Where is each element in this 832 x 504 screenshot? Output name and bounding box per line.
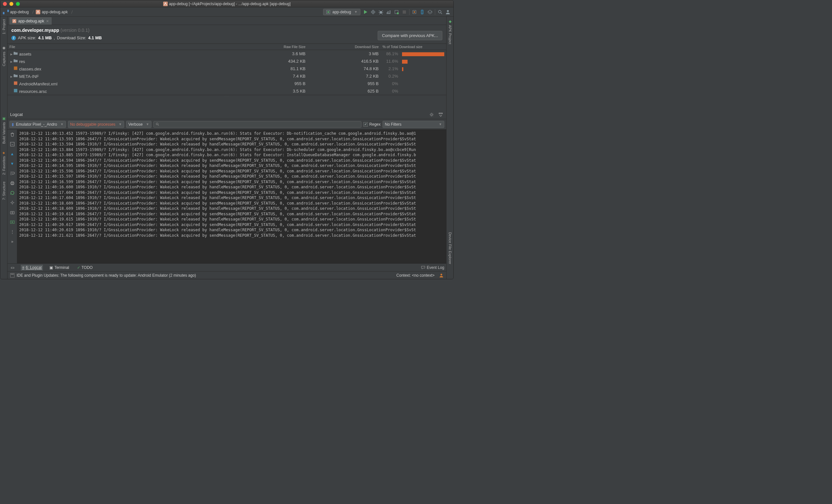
logcat-output[interactable]: 2018-12-12 11:40:13.452 15973-15989/? I/… — [17, 130, 446, 263]
screen-record-icon[interactable] — [9, 219, 15, 225]
percent: 0% — [381, 88, 400, 94]
project-tool-button[interactable]: 1: Project — [2, 18, 6, 35]
device-icon: ▮ — [12, 122, 14, 127]
percent: 86.1% — [381, 50, 400, 57]
sync-project-button[interactable] — [412, 9, 417, 15]
soft-wrap-icon[interactable] — [9, 170, 15, 176]
editor-tabs: app-debug.apk × — [7, 17, 446, 25]
filter-selector[interactable]: No Filters ▼ — [383, 121, 444, 128]
info-icon: i — [11, 36, 16, 40]
search-everywhere-button[interactable] — [437, 9, 443, 15]
run-configuration-selector[interactable]: app-debug ▼ — [323, 9, 360, 15]
split-handle[interactable]: :::::: — [7, 95, 446, 97]
apply-changes-button[interactable] — [370, 9, 376, 15]
sdk-manager-button[interactable] — [427, 9, 433, 15]
todo-tab-button[interactable]: ✓ TODO — [76, 265, 94, 271]
file-name: classes.dex — [19, 66, 41, 72]
close-window-button[interactable] — [3, 2, 7, 6]
structure-tool-button[interactable]: 7: Structure — [2, 180, 6, 201]
file-row[interactable]: resources.arsc3.5 KB625 B0% — [7, 87, 446, 95]
event-log-button[interactable]: Event Log — [421, 265, 444, 270]
stop-button[interactable] — [401, 9, 407, 15]
help-icon[interactable]: ⋮ — [9, 229, 15, 235]
svg-point-3 — [327, 11, 329, 13]
size-bar — [400, 65, 446, 72]
column-file[interactable]: File — [7, 44, 233, 50]
print-icon[interactable] — [9, 180, 15, 186]
size-bar — [400, 90, 446, 92]
screenshot-icon[interactable] — [9, 209, 15, 215]
settings-icon[interactable] — [9, 200, 15, 205]
file-row[interactable]: ▸assets3.6 MB3 MB86.1% — [7, 50, 446, 57]
download-size: 625 B — [308, 88, 381, 94]
context-indicator[interactable]: Context: <no context> — [396, 273, 435, 278]
breadcrumb-root[interactable]: app-debug — [10, 10, 29, 14]
left-tool-gutter: 1: Project Captures ◉ Build Variants ▣ 2… — [0, 17, 7, 279]
logcat-search-input[interactable] — [153, 121, 361, 128]
body-area: 1: Project Captures ◉ Build Variants ▣ 2… — [0, 17, 453, 279]
up-arrow-icon[interactable]: ▲ — [9, 151, 15, 157]
logcat-tab-button[interactable]: ≡ 6: Logcat — [21, 265, 43, 271]
tree-arrow-icon[interactable]: ▸ — [9, 74, 13, 79]
attach-debugger-button[interactable] — [394, 9, 399, 15]
collapse-icon[interactable]: ▭ — [9, 265, 16, 271]
regex-checkbox[interactable]: ✓Regex — [363, 122, 381, 127]
inspections-icon[interactable] — [439, 273, 444, 278]
captures-icon: ◉ — [2, 46, 6, 50]
hide-panel-icon[interactable] — [438, 112, 444, 117]
log-level-selector[interactable]: Verbose ▼ — [126, 121, 152, 128]
svg-rect-13 — [14, 66, 18, 70]
logcat-body: ▲ ▼ ⋮ » 2018-12-12 11:40:13.452 15973-15… — [7, 130, 446, 263]
speech-bubble-icon — [421, 265, 425, 270]
compare-apk-button[interactable]: Compare with previous APK... — [378, 31, 442, 40]
size-bar — [400, 50, 446, 57]
device-file-explorer-button[interactable]: Device File Explorer — [448, 231, 452, 265]
restart-icon[interactable] — [9, 190, 15, 196]
toolbar: app-debug ▼ — [323, 9, 451, 15]
minimize-window-button[interactable] — [9, 2, 13, 6]
file-row[interactable]: classes.dex81.1 KB74.8 KB2.1% — [7, 65, 446, 73]
file-row[interactable]: AndroidManifest.xml955 B955 B0% — [7, 80, 446, 87]
logcat-filter-bar: ▮ Emulator Pixel_-_Andro ▼ No debuggable… — [7, 119, 446, 130]
run-button[interactable] — [362, 9, 368, 15]
file-row[interactable]: ▸META-INF7.4 KB7.2 KB0.2% — [7, 73, 446, 80]
captures-tool-button[interactable]: Captures ◉ — [2, 45, 6, 67]
tree-arrow-icon[interactable]: ▸ — [9, 52, 13, 56]
breadcrumb-file[interactable]: app-debug.apk — [42, 10, 68, 14]
breadcrumb-separator-icon — [70, 10, 73, 13]
build-variants-tool-button[interactable]: Build Variants ▣ — [2, 115, 6, 145]
tree-arrow-icon[interactable]: ▸ — [9, 59, 13, 64]
svg-rect-15 — [14, 89, 18, 92]
terminal-tab-button[interactable]: ▣ Terminal — [48, 265, 70, 271]
chevron-down-icon: ▼ — [354, 10, 358, 13]
trash-icon[interactable] — [9, 132, 15, 137]
down-arrow-icon[interactable]: ▼ — [9, 161, 15, 167]
maximize-window-button[interactable] — [16, 2, 20, 6]
process-selector[interactable]: No debuggable processes ▼ — [68, 121, 124, 128]
gear-icon[interactable] — [429, 112, 435, 117]
favorites-tool-button[interactable]: 2: Favorites ★ — [2, 149, 6, 176]
title-bar: app-debug [~/ApkProjects/app-debug] - ..… — [0, 0, 453, 7]
column-raw-size[interactable]: Raw File Size — [233, 44, 308, 50]
expand-icon[interactable]: » — [9, 239, 15, 245]
close-tab-icon[interactable]: × — [46, 19, 49, 24]
avd-manager-button[interactable] — [419, 9, 425, 15]
column-download-size[interactable]: Download Size — [308, 44, 381, 50]
status-icon[interactable] — [10, 273, 15, 278]
scroll-end-icon[interactable] — [9, 141, 15, 147]
column-percent[interactable]: % of Total Download size — [381, 44, 446, 50]
apk-project-tool-button[interactable]: ◆ APK Project — [448, 18, 452, 46]
editor-tab-apk[interactable]: app-debug.apk × — [9, 17, 52, 25]
profiler-button[interactable] — [386, 9, 392, 15]
logcat-header: Logcat — [7, 110, 446, 119]
breadcrumbs: ▖▝ app-debug app-debug.apk — [3, 10, 74, 14]
device-selector[interactable]: ▮ Emulator Pixel_-_Andro ▼ — [9, 121, 66, 128]
apk-icon: ◆ — [448, 19, 452, 24]
debug-button[interactable] — [378, 9, 384, 15]
logcat-panel: Logcat ▮ Emulator Pixel_-_Andro ▼ No deb… — [7, 110, 446, 263]
status-bar: IDE and Plugin Updates: The following co… — [7, 271, 446, 279]
user-icon[interactable] — [445, 9, 451, 15]
file-row[interactable]: ▸res434.2 KB416.5 KB11.6% — [7, 57, 446, 65]
logcat-side-toolbar: ▲ ▼ ⋮ » — [7, 130, 17, 263]
download-size: 7.2 KB — [308, 73, 381, 80]
